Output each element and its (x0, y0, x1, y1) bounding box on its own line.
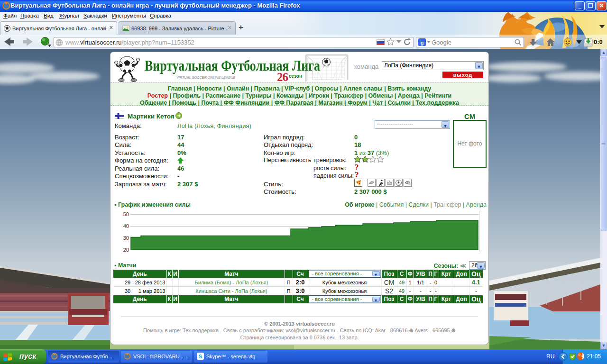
svg-text:S: S (199, 354, 202, 359)
svg-text:g: g (421, 40, 424, 46)
